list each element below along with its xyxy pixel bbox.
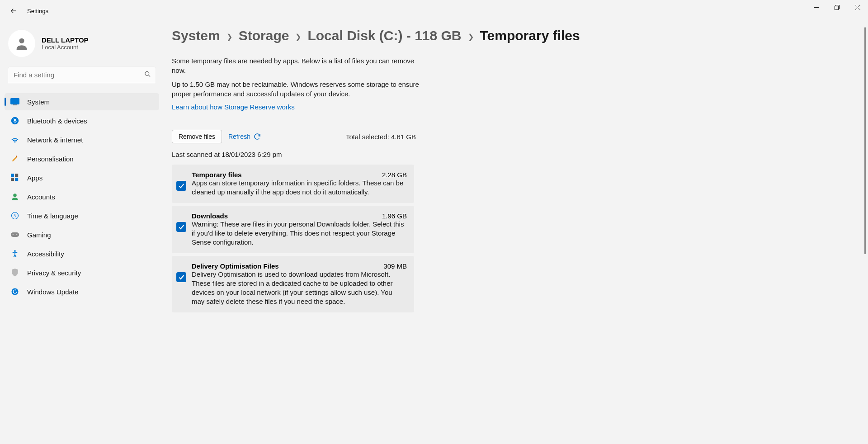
gamepad-icon: [10, 230, 20, 240]
sidebar-item-label: Gaming: [27, 231, 51, 239]
chevron-right-icon: ❯: [295, 33, 301, 41]
item-desc: Delivery Optimisation is used to downloa…: [192, 270, 407, 306]
sidebar-item-accounts[interactable]: Accounts: [5, 188, 159, 205]
back-button[interactable]: [5, 2, 23, 20]
sidebar-item-label: Apps: [27, 174, 42, 182]
sidebar-item-apps[interactable]: Apps: [5, 169, 159, 186]
minimize-icon: [814, 5, 819, 10]
close-icon: [855, 5, 860, 10]
sidebar-item-privacy[interactable]: Privacy & security: [5, 264, 159, 281]
svg-rect-15: [15, 178, 18, 181]
breadcrumb: System ❯ Storage ❯ Local Disk (C:) - 118…: [172, 28, 859, 43]
file-item-delivery-optimisation[interactable]: Delivery Optimisation Files 309 MB Deliv…: [172, 256, 414, 312]
svg-rect-12: [11, 174, 14, 177]
svg-point-11: [16, 156, 17, 157]
svg-point-19: [13, 234, 14, 236]
sidebar-item-label: Accessibility: [27, 250, 64, 258]
item-title: Downloads: [192, 212, 228, 220]
scrollbar[interactable]: [863, 27, 867, 439]
maximize-icon: [835, 5, 840, 10]
total-selected: Total selected: 4.61 GB: [346, 133, 416, 141]
search-input[interactable]: [8, 67, 156, 83]
maximize-button[interactable]: [826, 0, 847, 14]
breadcrumb-system[interactable]: System: [172, 28, 220, 43]
intro-text-1: Some temporary files are needed by apps.…: [172, 56, 425, 75]
breadcrumb-current: Temporary files: [480, 28, 580, 43]
check-icon: [178, 223, 185, 231]
update-icon: [10, 287, 20, 297]
back-arrow-icon: [9, 7, 18, 15]
sidebar-item-label: Personalisation: [27, 155, 74, 163]
svg-rect-18: [11, 232, 19, 237]
person-icon: [14, 36, 29, 51]
item-list: Temporary files 2.28 GB Apps can store t…: [172, 165, 414, 312]
sidebar: DELL LAPTOP Local Account System Bluet: [0, 22, 163, 444]
user-subtitle: Local Account: [42, 44, 89, 51]
avatar: [8, 30, 35, 57]
item-desc: Warning: These are files in your persona…: [192, 220, 407, 247]
minimize-button[interactable]: [806, 0, 826, 14]
clock-icon: [10, 211, 20, 221]
item-size: 1.96 GB: [382, 212, 407, 220]
file-item-temporary-files[interactable]: Temporary files 2.28 GB Apps can store t…: [172, 165, 414, 203]
sidebar-item-network[interactable]: Network & internet: [5, 131, 159, 148]
close-button[interactable]: [847, 0, 868, 14]
sidebar-item-label: Bluetooth & devices: [27, 117, 87, 125]
sidebar-item-label: Time & language: [27, 212, 78, 220]
chevron-right-icon: ❯: [468, 33, 474, 41]
item-size: 309 MB: [383, 262, 407, 270]
bluetooth-icon: [10, 116, 20, 126]
user-name: DELL LAPTOP: [42, 36, 89, 44]
app-title: Settings: [27, 8, 48, 14]
sidebar-item-system[interactable]: System: [5, 93, 159, 110]
item-desc: Apps can store temporary information in …: [192, 179, 407, 197]
accounts-icon: [10, 192, 20, 202]
sidebar-item-time[interactable]: Time & language: [5, 207, 159, 224]
sidebar-item-gaming[interactable]: Gaming: [5, 226, 159, 243]
svg-point-5: [19, 38, 24, 43]
user-account-row[interactable]: DELL LAPTOP Local Account: [5, 26, 159, 61]
check-icon: [178, 274, 185, 281]
svg-rect-8: [10, 98, 19, 104]
main-content: System ❯ Storage ❯ Local Disk (C:) - 118…: [163, 22, 868, 444]
svg-point-20: [16, 234, 18, 236]
svg-rect-2: [835, 6, 838, 9]
scrollbar-thumb[interactable]: [864, 27, 866, 254]
check-icon: [178, 182, 185, 189]
breadcrumb-disk[interactable]: Local Disk (C:) - 118 GB: [307, 28, 461, 43]
sidebar-item-label: Privacy & security: [27, 269, 81, 277]
item-size: 2.28 GB: [382, 171, 407, 179]
sidebar-item-label: System: [27, 98, 50, 106]
search-wrap: [8, 67, 156, 83]
last-scanned-label: Last scanned at 18/01/2023 6:29 pm: [172, 151, 859, 158]
svg-point-16: [13, 194, 17, 197]
refresh-button[interactable]: Refresh: [228, 132, 261, 141]
sidebar-item-accessibility[interactable]: Accessibility: [5, 245, 159, 262]
sidebar-item-update[interactable]: Windows Update: [5, 283, 159, 300]
window-controls: [806, 0, 868, 14]
sidebar-item-bluetooth[interactable]: Bluetooth & devices: [5, 112, 159, 129]
sidebar-item-label: Windows Update: [27, 288, 78, 296]
shield-icon: [10, 268, 20, 278]
action-row: Remove files Refresh Total selected: 4.6…: [172, 130, 416, 143]
checkbox-downloads[interactable]: [176, 222, 186, 232]
apps-icon: [10, 173, 20, 183]
checkbox-temporary[interactable]: [176, 181, 186, 191]
sidebar-item-personalisation[interactable]: Personalisation: [5, 150, 159, 167]
svg-rect-14: [11, 178, 14, 181]
wifi-icon: [10, 135, 20, 145]
checkbox-delivery[interactable]: [176, 272, 186, 282]
refresh-label: Refresh: [228, 133, 250, 140]
breadcrumb-storage[interactable]: Storage: [239, 28, 289, 43]
svg-point-21: [14, 250, 16, 252]
titlebar: Settings: [0, 0, 868, 22]
svg-rect-13: [15, 174, 18, 177]
storage-reserve-link[interactable]: Learn about how Storage Reserve works: [172, 103, 295, 111]
brush-icon: [10, 154, 20, 164]
remove-files-button[interactable]: Remove files: [172, 130, 222, 143]
sidebar-item-label: Accounts: [27, 193, 55, 201]
svg-rect-9: [13, 104, 17, 105]
item-title: Temporary files: [192, 171, 242, 179]
refresh-icon: [253, 132, 261, 141]
file-item-downloads[interactable]: Downloads 1.96 GB Warning: These are fil…: [172, 206, 414, 253]
